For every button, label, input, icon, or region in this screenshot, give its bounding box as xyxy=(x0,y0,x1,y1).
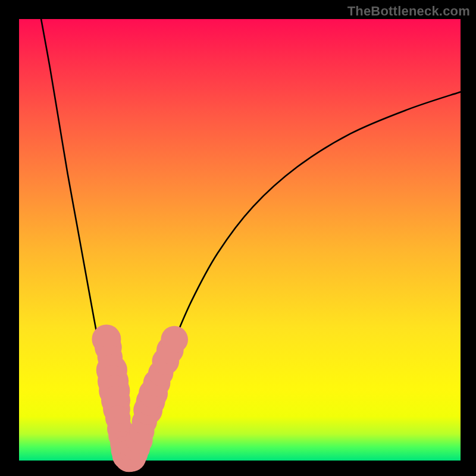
chart-svg xyxy=(19,19,461,461)
highlight-dots xyxy=(92,324,188,472)
plot-area xyxy=(19,19,461,461)
chart-canvas: TheBottleneck.com xyxy=(0,0,476,476)
watermark-text: TheBottleneck.com xyxy=(347,4,470,19)
highlight-dot xyxy=(161,326,188,353)
right-curve-line xyxy=(131,92,461,458)
